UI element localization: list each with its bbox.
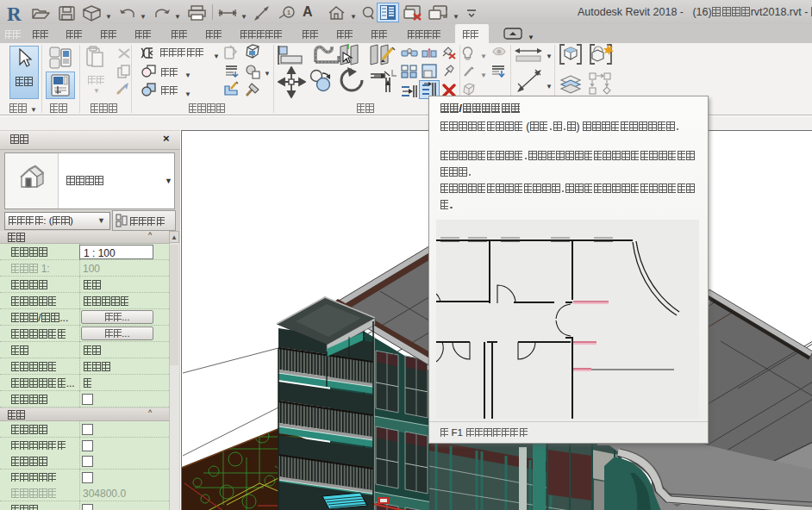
svg-text:▼: ▼ (264, 70, 269, 78)
svg-text:1: 1 (287, 9, 291, 16)
